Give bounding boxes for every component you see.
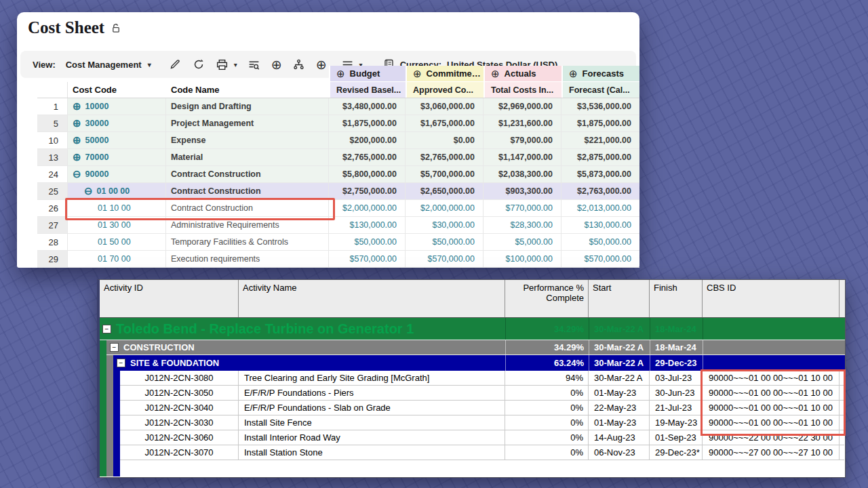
- column-subheader-row: Cost Code Code Name Revised Basel...Appr…: [37, 82, 639, 98]
- collapse-icon[interactable]: ⊖: [73, 168, 81, 180]
- add-column-icon[interactable]: ⊕: [491, 68, 500, 80]
- cbs-id-cell: 90000~~~01 00 00~~~01 10 00: [703, 386, 840, 401]
- code-name-cell: Execution requirements: [166, 251, 329, 268]
- column-group-2[interactable]: ⊕Actuals: [484, 66, 561, 82]
- cost-code-cell[interactable]: ⊕10000: [68, 98, 166, 115]
- cost-code-cell[interactable]: 01 10 00: [68, 200, 166, 217]
- cost-code-cell[interactable]: ⊖01 00 00: [68, 183, 166, 200]
- amount-cell: $2,750,000.00: [329, 183, 406, 200]
- row-filler: [840, 445, 844, 460]
- amount-cell: $5,873,000.00: [561, 166, 639, 183]
- cost-row[interactable]: 2701 30 00Administrative Requirements$13…: [37, 217, 639, 234]
- amount-cell: $130,000.00: [329, 217, 406, 234]
- cbs-id-header[interactable]: CBS ID: [703, 280, 840, 317]
- activity-row[interactable]: J012N-2CN-3070Install Station Stone0%06-…: [120, 445, 845, 460]
- add-column-icon[interactable]: ⊕: [336, 68, 345, 80]
- code-name-header[interactable]: Code Name: [166, 82, 329, 98]
- activity-name-cell: E/F/R/P Foundations - Slab on Grade: [239, 401, 505, 415]
- collapse-icon[interactable]: −: [110, 343, 119, 352]
- amount-cell: $5,700,000.00: [406, 166, 484, 183]
- row-number-header: [37, 82, 68, 98]
- cost-code-cell[interactable]: 01 70 00: [68, 251, 166, 268]
- cost-code-cell[interactable]: ⊕50000: [68, 132, 166, 149]
- band-finish: 29-Dec-23: [650, 355, 703, 371]
- expand-icon[interactable]: ⊕: [73, 134, 81, 146]
- amount-cell: $100,000.00: [484, 251, 561, 268]
- activity-id-cell: J012N-2CN-3070: [120, 445, 239, 460]
- cost-code-cell[interactable]: ⊖90000: [68, 166, 166, 183]
- cost-row[interactable]: 13⊕70000Material$2,765,000.00$2,765,000.…: [37, 149, 639, 166]
- column-subheader-3[interactable]: Forecast (Cal...: [561, 82, 639, 98]
- amount-cell: $3,480,000.00: [329, 98, 406, 115]
- collapse-icon[interactable]: −: [117, 359, 125, 367]
- finish-cell: 29-Dec-23*: [650, 445, 703, 460]
- cost-code-cell[interactable]: ⊕30000: [68, 115, 166, 132]
- desktop: { "cost_sheet": { "window_title": "Cost …: [0, 0, 868, 488]
- column-subheader-0[interactable]: Revised Basel...: [329, 82, 406, 98]
- column-group-3[interactable]: ⊕Forecasts: [561, 66, 639, 82]
- cost-code-value: 50000: [85, 136, 109, 145]
- wbs-band-row-construction[interactable]: −CONSTRUCTION 34.29% 30-Mar-22 A 18-Mar-…: [106, 340, 845, 355]
- cost-code-value: 10000: [85, 102, 109, 111]
- cost-row[interactable]: 1⊕10000Design and Drafting$3,480,000.00$…: [37, 98, 639, 115]
- add-column-icon[interactable]: ⊕: [569, 68, 578, 80]
- cost-row[interactable]: 2901 70 00Execution requirements$570,000…: [37, 251, 639, 268]
- cost-code-header[interactable]: Cost Code: [68, 82, 166, 98]
- cost-code-cell[interactable]: ⊕70000: [68, 149, 166, 166]
- header-filler: [840, 280, 848, 317]
- start-header[interactable]: Start: [589, 280, 650, 317]
- start-cell: 14-Aug-23: [589, 430, 650, 445]
- collapse-icon[interactable]: ⊖: [84, 185, 93, 197]
- performance-header[interactable]: Performance % Complete: [505, 280, 589, 317]
- cost-code-value: 70000: [85, 152, 109, 162]
- expand-icon[interactable]: ⊕: [73, 117, 81, 129]
- cost-row[interactable]: 5⊕30000Project Management$1,875,000.00$1…: [37, 115, 639, 132]
- activity-id-header[interactable]: Activity ID: [100, 280, 239, 317]
- cost-code-cell[interactable]: 01 30 00: [68, 217, 166, 234]
- activity-row[interactable]: J012N-2CN-3040E/F/R/P Foundations - Slab…: [120, 401, 845, 415]
- cbs-id-cell: 90000~~~01 00 00~~~01 10 00: [703, 371, 840, 386]
- column-subheader-1[interactable]: Approved Co...: [406, 82, 484, 98]
- row-number: 24: [37, 166, 68, 183]
- collapse-icon[interactable]: −: [102, 325, 111, 333]
- row-filler: [840, 386, 844, 401]
- expand-icon[interactable]: ⊕: [73, 151, 81, 163]
- wbs-band-row-site-foundation[interactable]: −SITE & FOUNDATION 63.24% 30-Mar-22 A 29…: [113, 355, 845, 371]
- cost-row[interactable]: 24⊖90000Contract Construction$5,800,000.…: [37, 166, 639, 183]
- column-group-0[interactable]: ⊕Budget: [329, 66, 406, 82]
- expand-icon[interactable]: ⊕: [73, 100, 81, 113]
- cost-code-value: 01 30 00: [98, 220, 131, 230]
- row-filler: [840, 401, 844, 415]
- amount-cell: $2,765,000.00: [406, 149, 484, 166]
- activity-name-header[interactable]: Activity Name: [239, 280, 505, 317]
- activity-row[interactable]: J012N-2CN-3060Install Interior Road Way0…: [120, 430, 845, 445]
- cost-row[interactable]: 10⊕50000Expense$200,000.00$0.00$79,000.0…: [37, 132, 639, 149]
- add-column-icon[interactable]: ⊕: [413, 68, 422, 80]
- activity-row[interactable]: J012N-2CN-3080Tree Clearing and Early Si…: [120, 371, 845, 386]
- cost-row[interactable]: 25⊖01 00 00Contract Construction$2,750,0…: [37, 183, 639, 200]
- code-name-cell: Expense: [166, 132, 329, 149]
- row-number: 29: [37, 251, 68, 268]
- cost-row[interactable]: 2601 10 00Contract Construction$2,000,00…: [37, 200, 639, 217]
- cbs-id-cell: 90000~~~01 00 00~~~01 10 00: [703, 401, 840, 415]
- activity-row[interactable]: J012N-2CN-3030Install Site Fence0%01-May…: [120, 415, 845, 430]
- code-name-cell: Design and Drafting: [166, 98, 329, 115]
- cost-row[interactable]: 2801 50 00Temporary Facilities & Control…: [37, 234, 639, 251]
- activity-id-cell: J012N-2CN-3080: [120, 371, 239, 386]
- cost-sheet-table: ⊕Budget⊕Commitme…⊕Actuals⊕Forecasts Cost…: [37, 66, 639, 268]
- column-group-1[interactable]: ⊕Commitme…: [406, 66, 484, 82]
- cost-sheet-window: Cost Sheet View: Cost Management ▾ ▾ ⊕ ⊕: [17, 12, 639, 268]
- finish-cell: 21-Jul-23: [650, 401, 703, 415]
- project-band-row[interactable]: −Toledo Bend - Replace Turbine on Genera…: [100, 318, 845, 340]
- cost-code-cell[interactable]: 01 50 00: [68, 234, 166, 251]
- finish-header[interactable]: Finish: [650, 280, 703, 317]
- cost-code-value: 01 50 00: [98, 237, 131, 247]
- column-subheader-2[interactable]: Total Costs In...: [484, 82, 561, 98]
- code-name-cell: Contract Construction: [166, 183, 329, 200]
- amount-cell: $1,231,600.00: [484, 115, 561, 132]
- amount-cell: $50,000.00: [406, 234, 484, 251]
- activity-row[interactable]: J012N-2CN-3050E/F/R/P Foundations - Pier…: [120, 386, 845, 401]
- amount-cell: $5,800,000.00: [329, 166, 406, 183]
- amount-cell: $2,650,000.00: [406, 183, 484, 200]
- start-cell: 01-May-23: [589, 415, 650, 430]
